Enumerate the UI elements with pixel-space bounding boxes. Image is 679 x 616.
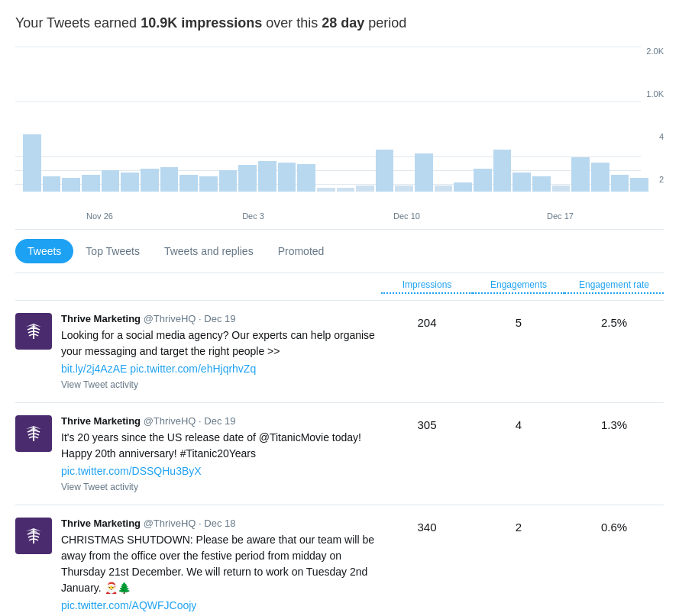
tweet-handle: @ThriveHQ (144, 415, 196, 427)
x-label-dec17: Dec 17 (483, 211, 637, 221)
tweet-engagements-value: 5 (473, 313, 564, 329)
impressions-chart: 2.0K 1.0K 4 2 Nov 26 Dec 3 Dec 10 Dec 17 (15, 47, 664, 230)
chart-bar (415, 153, 433, 192)
tweet-date: Dec 19 (204, 313, 235, 324)
tweet-link[interactable]: pic.twitter.com/DSSQHu3ByX (61, 465, 202, 477)
tweet-author-name: Thrive Marketing (61, 415, 141, 427)
tweet-avatar (15, 313, 52, 350)
tweet-stats: 20452.5% (381, 313, 664, 329)
chart-bar (43, 176, 61, 192)
col-impressions-header: Impressions (381, 279, 473, 294)
chart-bar (82, 175, 100, 192)
tweet-meta: Thrive Marketing @ThriveHQ · Dec 19 (61, 313, 381, 324)
tweet-engagement-rate-value: 0.6% (564, 518, 664, 534)
chart-bar (337, 188, 355, 192)
tweet-stats: 34020.6% (381, 518, 664, 534)
x-label-nov26: Nov 26 (23, 211, 176, 221)
tweet-stats: 30541.3% (381, 415, 664, 431)
period-value: 28 day (322, 15, 364, 31)
tweet-content: Thrive Marketing @ThriveHQ · Dec 19Looki… (61, 313, 381, 390)
view-tweet-activity[interactable]: View Tweet activity (61, 482, 381, 492)
thrive-logo-icon (21, 524, 46, 548)
tweet-impressions-value: 305 (381, 415, 473, 431)
tab-top-tweets[interactable]: Top Tweets (73, 239, 152, 263)
view-tweet-activity[interactable]: View Tweet activity (61, 379, 381, 390)
chart-bar (141, 169, 159, 192)
col-tweet-spacer (15, 279, 381, 294)
tweet-meta: Thrive Marketing @ThriveHQ · Dec 19 (61, 415, 381, 427)
chart-bar (474, 169, 492, 192)
chart-bar (532, 176, 551, 192)
chart-bar (199, 176, 218, 192)
y-label-4: 4 (641, 132, 664, 141)
tweet-engagements-value: 4 (473, 415, 564, 431)
chart-bar (552, 185, 571, 192)
tab-promoted[interactable]: Promoted (266, 239, 337, 263)
chart-bar (23, 134, 41, 192)
tweet-date: Dec 19 (204, 415, 235, 427)
tweet-content: Thrive Marketing @ThriveHQ · Dec 18CHRIS… (61, 518, 381, 616)
tabs-bar: Tweets Top Tweets Tweets and replies Pro… (15, 230, 664, 273)
y-axis: 2.0K 1.0K 4 2 (641, 47, 664, 184)
y-label-2: 2 (641, 175, 664, 184)
tweet-body-text: CHRISTMAS SHUTDOWN: Please be aware that… (61, 532, 381, 596)
tweet-link[interactable]: bit.ly/2j4AzAE pic.twitter.com/ehHjqrhvZ… (61, 363, 256, 375)
tweets-list: Thrive Marketing @ThriveHQ · Dec 19Looki… (15, 301, 664, 616)
impressions-summary: Your Tweets earned 10.9K impressions ove… (15, 15, 664, 31)
tweet-body-text: Looking for a social media agency? Our e… (61, 327, 381, 360)
tweet-avatar (15, 518, 52, 554)
tweet-handle: @ThriveHQ (144, 518, 196, 529)
tweet-engagements-value: 2 (473, 518, 564, 534)
tweet-link[interactable]: pic.twitter.com/AQWFJCoojy (61, 599, 196, 611)
chart-bars (23, 54, 648, 192)
chart-bar (356, 185, 374, 192)
tweet-handle: @ThriveHQ (144, 313, 196, 324)
chart-bar (278, 163, 296, 192)
x-label-dec3: Dec 3 (176, 211, 330, 221)
tab-tweets[interactable]: Tweets (15, 239, 73, 263)
tweet-engagement-rate-value: 2.5% (564, 313, 664, 329)
chart-bar (238, 165, 257, 192)
impressions-value: 10.9K impressions (141, 15, 262, 31)
thrive-logo-icon (21, 421, 46, 446)
tweet-author-name: Thrive Marketing (61, 518, 141, 529)
x-axis: Nov 26 Dec 3 Dec 10 Dec 17 (15, 207, 664, 224)
chart-bar (376, 150, 394, 192)
tweet-content: Thrive Marketing @ThriveHQ · Dec 19It's … (61, 415, 381, 492)
chart-bar (179, 175, 198, 192)
chart-bar (591, 163, 609, 192)
y-label-2k: 2.0K (641, 47, 664, 56)
tweet-meta: Thrive Marketing @ThriveHQ · Dec 18 (61, 518, 381, 529)
chart-bar (121, 173, 139, 192)
tweet-avatar (15, 415, 52, 452)
chart-bar (219, 170, 238, 192)
tweet-row: Thrive Marketing @ThriveHQ · Dec 19It's … (15, 403, 664, 505)
chart-bar (512, 173, 531, 192)
tweet-author-name: Thrive Marketing (61, 313, 141, 324)
chart-bar (317, 188, 335, 192)
col-engagements-header: Engagements (473, 279, 564, 294)
chart-bar (160, 167, 179, 192)
page-header: Your Tweets earned 10.9K impressions ove… (15, 15, 664, 31)
y-label-1k: 1.0K (641, 89, 664, 98)
chart-bar (297, 164, 315, 192)
chart-bar (611, 175, 629, 192)
x-label-dec10: Dec 10 (330, 211, 483, 221)
tweet-body-text: It's 20 years since the US release date … (61, 430, 381, 462)
tweet-impressions-value: 204 (381, 313, 473, 329)
chart-bar (435, 185, 453, 192)
chart-bar (454, 182, 472, 192)
chart-bar (258, 161, 276, 192)
col-rate-header: Engagement rate (564, 279, 664, 294)
tweet-impressions-value: 340 (381, 518, 473, 534)
column-headers: Impressions Engagements Engagement rate (15, 273, 664, 301)
chart-bar (102, 170, 120, 192)
tweet-row: Thrive Marketing @ThriveHQ · Dec 19Looki… (15, 301, 664, 403)
tweet-date: Dec 18 (204, 518, 235, 529)
chart-bar (395, 185, 413, 192)
chart-bar (571, 157, 590, 192)
tweet-row: Thrive Marketing @ThriveHQ · Dec 18CHRIS… (15, 505, 664, 616)
thrive-logo-icon (21, 319, 46, 343)
chart-bar (62, 178, 80, 192)
tab-tweets-replies[interactable]: Tweets and replies (152, 239, 266, 263)
